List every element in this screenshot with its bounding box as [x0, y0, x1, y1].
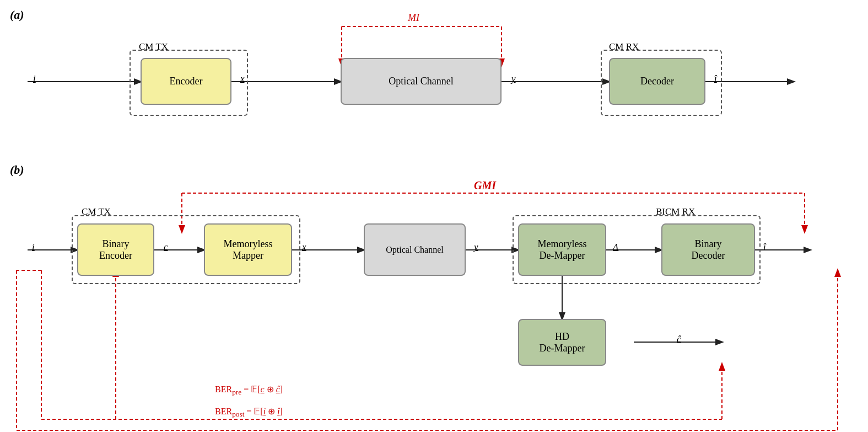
panel-a-x: x [240, 73, 245, 84]
optical-channel-box-a: Optical Channel [341, 58, 502, 105]
diagram-container: (a) CM TX CM RX Encoder Optical Channel … [0, 0, 868, 432]
ber-pre-label: BERpre = 𝔼[c ⊕ ĉ] [215, 384, 283, 397]
panel-a-y: y [511, 73, 516, 84]
hd-demapper-box: HD De-Mapper [518, 319, 606, 366]
panel-b-x: x [302, 242, 306, 253]
mi-label: MI [408, 12, 419, 24]
gmi-label: GMI [474, 179, 496, 192]
memoryless-mapper-box: Memoryless Mapper [204, 223, 292, 276]
panel-b-label: (b) [10, 163, 24, 177]
panel-a-input-i: i [33, 73, 36, 84]
binary-decoder-box: Binary Decoder [661, 223, 755, 276]
binary-encoder-box: Binary Encoder [77, 223, 154, 276]
panel-b-c: c [164, 242, 168, 253]
panel-a-cm-rx-label: CM RX [609, 41, 639, 52]
encoder-box: Encoder [141, 58, 231, 105]
panel-a-label: (a) [10, 8, 24, 22]
panel-b-lambda: Λ [613, 242, 618, 253]
memoryless-demapper-box: Memoryless De-Mapper [518, 223, 606, 276]
panel-a-output: î [714, 73, 717, 84]
panel-b-output: î [763, 242, 766, 253]
ber-post-label: BERpost = 𝔼[i ⊕ î] [215, 406, 283, 419]
optical-channel-box-b: Optical Channel [364, 223, 466, 276]
panel-b-cm-tx-label: CM TX [82, 206, 111, 217]
panel-b-input-i: i [32, 242, 35, 253]
panel-a-cm-tx-label: CM TX [139, 41, 168, 52]
decoder-box: Decoder [609, 58, 705, 105]
panel-b-y: y [474, 242, 478, 253]
panel-b-bicm-rx-label: BICM RX [656, 206, 695, 217]
panel-b-c-hat: ĉ [677, 334, 681, 345]
